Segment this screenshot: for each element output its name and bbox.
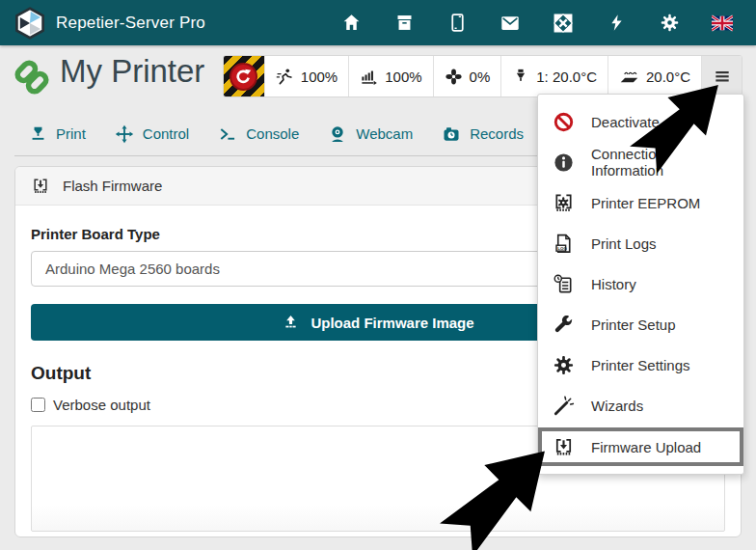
svg-text:LOG: LOG [557,246,567,251]
tab-label: Records [470,125,524,142]
upload-button-label: Upload Firmware Image [310,315,473,331]
flow-bars-icon [360,68,378,86]
menu-item-deactivate[interactable]: Deactivate [538,101,743,142]
hamburger-icon [713,67,732,86]
tab-console[interactable]: Console [203,112,313,155]
wand-icon [553,395,575,417]
menu-item-label: Printer EEPROM [591,195,700,211]
fan-value: 0% [470,69,491,85]
webcam-icon [328,124,347,144]
menu-item-label: Printer Setup [591,316,676,333]
expand-icon[interactable] [553,13,574,34]
menu-item-firmware-upload[interactable]: Firmware Upload [538,427,743,466]
tab-label: Webcam [356,125,413,142]
tab-control[interactable]: Control [100,112,203,155]
deactivate-icon [553,111,575,133]
speed-multiplier[interactable]: 100% [264,56,348,96]
mail-icon[interactable] [500,13,521,34]
fan-icon [445,68,463,86]
tab-label: Console [246,125,299,142]
verbose-output-checkbox[interactable] [31,398,45,412]
firmware-upload-icon [553,436,575,458]
panel-title: Flash Firmware [63,178,162,194]
menu-item-label: Wizards [591,398,643,414]
tablet-icon[interactable] [446,13,468,34]
printer-name: My Printer [60,53,204,90]
print-icon [29,124,47,143]
firmware-chip-icon [31,177,50,196]
tab-webcam[interactable]: Webcam [313,112,427,155]
tab-label: Print [56,125,86,142]
gear-icon[interactable] [659,13,680,34]
menu-item-label: Deactivate [591,114,660,130]
printer-menu-button[interactable] [701,56,742,96]
home-icon[interactable] [340,13,362,34]
fan-status[interactable]: 0% [433,56,501,96]
menu-item-printer-setup[interactable]: Printer Setup [538,304,743,344]
log-document-icon: LOG [553,233,575,255]
flow-multiplier[interactable]: 100% [348,56,432,96]
menu-item-wizards[interactable]: Wizards [538,385,743,426]
heated-bed-icon [619,67,639,87]
menu-item-label: Print Logs [591,235,657,252]
speed-runner-icon [276,68,294,86]
upload-icon [282,314,300,332]
gear-icon [553,354,575,376]
history-icon [553,273,575,295]
info-icon [553,151,575,174]
printer-status-toolbar: 100% 100% 0% 1: 20.0°C [223,55,742,97]
repetier-logo-icon[interactable] [14,7,46,40]
menu-item-history[interactable]: History [538,263,743,304]
emergency-stop-button[interactable] [224,56,264,96]
eeprom-chip-icon [553,192,575,214]
bolt-icon[interactable] [606,13,627,34]
menu-item-label: Connection Information [591,146,729,179]
menu-item-printer-eeprom[interactable]: Printer EEPROM [538,182,743,223]
top-navbar: Repetier-Server Pro [0,0,756,45]
tab-records[interactable]: Records [427,112,538,155]
bed-value: 20.0°C [646,69,690,85]
verbose-output-label: Verbose output [53,397,150,413]
menu-item-printer-settings[interactable]: Printer Settings [538,344,743,385]
archive-icon[interactable] [393,13,415,34]
wrench-icon [553,314,575,336]
tab-label: Control [143,125,189,142]
uk-flag-icon[interactable] [712,13,733,34]
menu-item-label: History [591,276,636,292]
reset-icon [230,63,257,91]
extruder-icon [512,68,529,85]
move-arrows-icon [115,124,134,144]
extruder-value: 1: 20.0°C [536,69,597,85]
board-type-value: Arduino Mega 2560 boards [45,261,220,277]
speed-value: 100% [301,69,338,85]
extruder-temp[interactable]: 1: 20.0°C [500,56,608,96]
records-camera-icon [442,124,461,144]
console-icon [218,124,237,144]
connection-link-icon[interactable] [14,59,50,96]
printer-dropdown-menu: Deactivate Connection Information Printe… [537,94,744,475]
tab-print[interactable]: Print [14,112,100,155]
menu-item-connection-information[interactable]: Connection Information [538,142,743,182]
app-title: Repetier-Server Pro [56,14,205,33]
menu-item-label: Firmware Upload [591,439,701,455]
flow-value: 100% [385,69,421,85]
menu-item-print-logs[interactable]: LOG Print Logs [538,223,743,263]
bed-temp[interactable]: 20.0°C [608,56,701,96]
menu-item-label: Printer Settings [591,357,690,373]
